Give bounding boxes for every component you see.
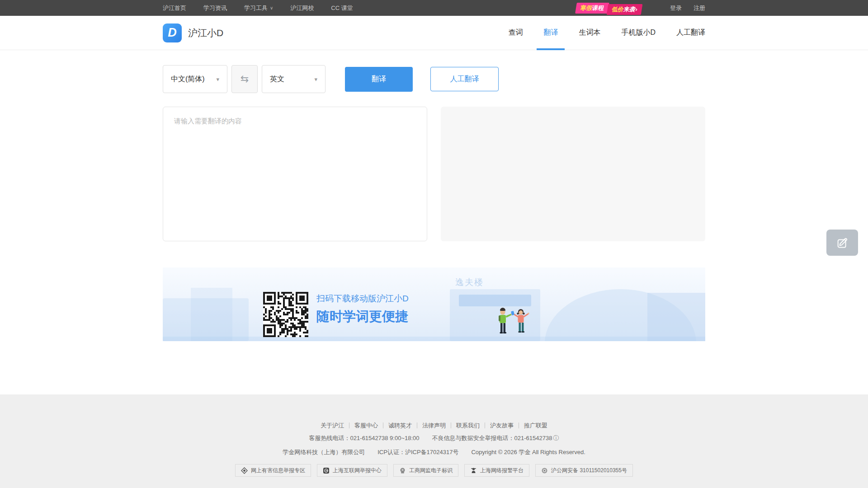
footer-link-about[interactable]: 关于沪江 bbox=[316, 422, 349, 428]
main-content: 中文(简体) ▾ ⇆ 英文 ▾ 翻译 人工翻译 逸夫楼 扫码下载移动版沪江小D … bbox=[163, 65, 705, 341]
banner-text: 扫码下载移动版沪江小D 随时学词更便捷 bbox=[316, 293, 409, 326]
language-toolbar: 中文(简体) ▾ ⇆ 英文 ▾ 翻译 人工翻译 bbox=[163, 65, 705, 93]
topbar-link-news[interactable]: 学习资讯 bbox=[203, 4, 227, 12]
topbar: 沪江首页 学习资讯 学习工具 ∨ 沪江网校 CC 课堂 寒假课程 低价来袭› 登… bbox=[0, 0, 868, 16]
public-security-emblem-icon bbox=[541, 467, 548, 474]
footer-link-jobs[interactable]: 诚聘英才 bbox=[383, 422, 417, 428]
footer-badges: 网上有害信息举报专区 上海互联网举报中心 工商网监电子标识 bbox=[0, 464, 868, 477]
building-silhouette bbox=[191, 288, 232, 341]
target-language-select[interactable]: 英文 ▾ bbox=[262, 65, 326, 93]
copyright: Copyright © 2026 学金 All Rights Reserved. bbox=[471, 448, 585, 456]
human-translate-button[interactable]: 人工翻译 bbox=[430, 67, 499, 91]
building-silhouette bbox=[647, 293, 705, 341]
nav-item-human-translate[interactable]: 人工翻译 bbox=[666, 16, 705, 50]
badge-label: 网上有害信息举报专区 bbox=[251, 467, 305, 474]
info-icon[interactable]: ⓘ bbox=[553, 434, 559, 442]
nav-item-translate[interactable]: 翻译 bbox=[533, 16, 568, 50]
main-nav: 查词 翻译 生词本 手机版小D 人工翻译 bbox=[498, 16, 705, 50]
promo-segment-price: 低价来袭› bbox=[606, 4, 642, 15]
topbar-link-label: 学习工具 bbox=[244, 4, 268, 12]
header: D 沪江小D 查词 翻译 生词本 手机版小D 人工翻译 bbox=[0, 16, 868, 50]
qr-code bbox=[263, 292, 308, 337]
nav-item-lookup[interactable]: 查词 bbox=[498, 16, 533, 50]
ground-strip bbox=[163, 337, 705, 341]
promo-banner[interactable]: 寒假课程 低价来袭› bbox=[576, 3, 642, 14]
caret-down-icon: ▾ bbox=[216, 76, 219, 83]
topbar-link-school[interactable]: 沪江网校 bbox=[290, 4, 314, 12]
topbar-link-label: CC 课堂 bbox=[331, 4, 353, 12]
diamond-report-icon bbox=[241, 467, 248, 474]
report-phone-text: 不良信息与数据安全举报电话：021-61542738 bbox=[432, 434, 552, 442]
app-download-banner: 逸夫楼 扫码下载移动版沪江小D 随时学词更便捷 bbox=[163, 267, 705, 341]
promo-text: 来袭› bbox=[623, 6, 638, 13]
source-language-select[interactable]: 中文(简体) ▾ bbox=[163, 65, 227, 93]
icp-license[interactable]: ICP认证：沪ICP备17024317号 bbox=[377, 448, 458, 456]
hotline-text: 客服热线电话：021-61542738 9:00~18:00 bbox=[309, 434, 420, 442]
source-text-input[interactable] bbox=[163, 107, 427, 241]
badge-industry-commerce[interactable]: 工商网监电子标识 bbox=[393, 464, 458, 477]
translate-button[interactable]: 翻译 bbox=[345, 67, 413, 92]
translation-result-panel bbox=[441, 107, 705, 241]
swap-languages-button[interactable]: ⇆ bbox=[231, 65, 258, 93]
badge-network-police[interactable]: 上海网络报警平台 bbox=[464, 464, 529, 477]
badge-label: 沪公网安备 31011502010355号 bbox=[551, 467, 627, 474]
police-icon bbox=[470, 467, 477, 474]
feedback-button[interactable] bbox=[826, 230, 858, 256]
banner-title: 随时学词更便捷 bbox=[316, 308, 409, 326]
topbar-link-label: 沪江网校 bbox=[290, 4, 314, 12]
commerce-badge-icon bbox=[399, 467, 406, 474]
badge-label: 工商网监电子标识 bbox=[409, 467, 453, 474]
swap-icon: ⇆ bbox=[241, 73, 249, 85]
source-language-value: 中文(简体) bbox=[171, 75, 205, 84]
topbar-link-tools[interactable]: 学习工具 ∨ bbox=[244, 4, 273, 12]
footer-company: 学金网络科技（上海）有限公司 ICP认证：沪ICP备17024317号 Copy… bbox=[0, 448, 868, 456]
topbar-link-label: 学习资讯 bbox=[203, 4, 227, 12]
badge-label: 上海网络报警平台 bbox=[480, 467, 524, 474]
caret-down-icon: ▾ bbox=[314, 76, 317, 83]
building-label: 逸夫楼 bbox=[455, 277, 484, 288]
promo-text: 课程 bbox=[592, 5, 604, 11]
footer: 关于沪江 客服中心 诚聘英才 法律声明 联系我们 沪友故事 推广联盟 客服热线电… bbox=[0, 394, 868, 488]
footer-phones: 客服热线电话：021-61542738 9:00~18:00 不良信息与数据安全… bbox=[0, 434, 868, 442]
promo-text: 寒假 bbox=[580, 5, 593, 11]
footer-link-service[interactable]: 客服中心 bbox=[349, 422, 383, 428]
nav-item-mobile-app[interactable]: 手机版小D bbox=[611, 16, 666, 50]
footer-links: 关于沪江 客服中心 诚聘英才 法律声明 联系我们 沪友故事 推广联盟 bbox=[0, 422, 868, 428]
app-logo[interactable]: D bbox=[163, 23, 182, 42]
promo-text: 低价 bbox=[611, 6, 624, 13]
footer-link-contact[interactable]: 联系我们 bbox=[451, 422, 485, 428]
footer-link-affiliate[interactable]: 推广联盟 bbox=[519, 422, 552, 428]
page-title: 沪江小D bbox=[188, 27, 223, 39]
badge-harmful-report[interactable]: 网上有害信息举报专区 bbox=[235, 464, 311, 477]
translation-panels bbox=[163, 107, 705, 241]
company-name: 学金网络科技（上海）有限公司 bbox=[283, 448, 365, 456]
badge-label: 上海互联网举报中心 bbox=[333, 467, 382, 474]
building-windows bbox=[459, 295, 531, 306]
target-language-value: 英文 bbox=[270, 75, 284, 84]
logo-letter: D bbox=[168, 26, 177, 40]
report-center-icon bbox=[323, 467, 330, 474]
login-link[interactable]: 登录 bbox=[670, 4, 682, 12]
topbar-link-cc-class[interactable]: CC 课堂 bbox=[331, 4, 353, 12]
nav-item-wordbook[interactable]: 生词本 bbox=[568, 16, 611, 50]
footer-link-legal[interactable]: 法律声明 bbox=[417, 422, 451, 428]
people-illustration bbox=[493, 307, 547, 341]
badge-shanghai-internet-report[interactable]: 上海互联网举报中心 bbox=[317, 464, 387, 477]
topbar-link-home[interactable]: 沪江首页 bbox=[163, 4, 186, 12]
banner-subtitle: 扫码下载移动版沪江小D bbox=[316, 293, 409, 305]
topbar-link-label: 沪江首页 bbox=[163, 4, 186, 12]
promo-segment-courses: 寒假课程 bbox=[575, 3, 609, 14]
badge-public-security[interactable]: 沪公网安备 31011502010355号 bbox=[535, 464, 633, 477]
source-text-panel bbox=[163, 107, 427, 241]
footer-link-stories[interactable]: 沪友故事 bbox=[485, 422, 519, 428]
register-link[interactable]: 注册 bbox=[693, 4, 705, 12]
edit-icon bbox=[836, 236, 849, 249]
chevron-down-icon: ∨ bbox=[270, 5, 273, 10]
